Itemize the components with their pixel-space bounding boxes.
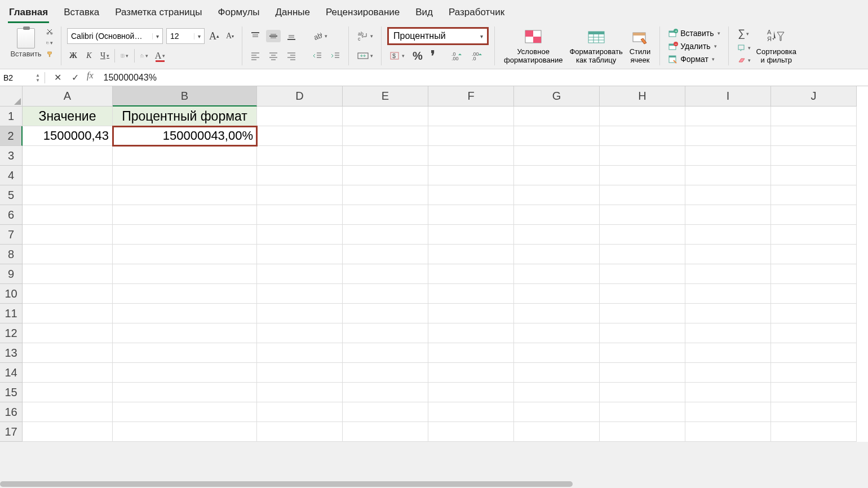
cell-H13[interactable] — [600, 343, 685, 363]
cell-B7[interactable] — [113, 225, 257, 245]
col-header-A[interactable]: A — [23, 86, 113, 107]
row-header[interactable]: 12 — [0, 323, 23, 343]
cell-G16[interactable] — [514, 402, 600, 422]
format-cells-button[interactable]: Формат▾ — [666, 54, 722, 64]
cell-E15[interactable] — [343, 383, 428, 402]
cell-E17[interactable] — [343, 422, 428, 442]
cell-B14[interactable] — [113, 363, 257, 383]
cell-D4[interactable] — [257, 166, 343, 185]
cell-D1[interactable] — [257, 107, 343, 126]
cell-A10[interactable] — [23, 284, 113, 304]
cell-H7[interactable] — [600, 225, 685, 245]
row-header[interactable]: 2 — [0, 126, 23, 146]
cell-E7[interactable] — [343, 225, 428, 245]
cell-H3[interactable] — [600, 146, 685, 166]
cell-B17[interactable] — [113, 422, 257, 442]
col-header-J[interactable]: J — [771, 86, 857, 107]
cell-I16[interactable] — [685, 402, 771, 422]
cell-A5[interactable] — [23, 185, 113, 205]
cell-J10[interactable] — [771, 284, 857, 304]
row-header[interactable]: 4 — [0, 166, 23, 185]
col-header-I[interactable]: I — [685, 86, 771, 107]
font-color-button[interactable]: A▾ — [154, 50, 166, 62]
cell-F3[interactable] — [428, 146, 514, 166]
cell-B4[interactable] — [113, 166, 257, 185]
cell-E14[interactable] — [343, 363, 428, 383]
row-header[interactable]: 6 — [0, 205, 23, 225]
cell-E5[interactable] — [343, 185, 428, 205]
sort-filter-button[interactable]: АЯ Сортировка и фильтр — [753, 26, 800, 65]
cell-F1[interactable] — [428, 107, 514, 126]
cell-A12[interactable] — [23, 323, 113, 343]
decrease-indent-button[interactable] — [310, 50, 325, 62]
increase-font-button[interactable]: A▴ — [208, 30, 220, 42]
cell-H17[interactable] — [600, 422, 685, 442]
cell-I1[interactable] — [685, 107, 771, 126]
fill-button[interactable]: ▾ — [734, 42, 753, 54]
row-header[interactable]: 3 — [0, 146, 23, 166]
cell-D14[interactable] — [257, 363, 343, 383]
cell-E3[interactable] — [343, 146, 428, 166]
cell-A6[interactable] — [23, 205, 113, 225]
horizontal-scrollbar[interactable] — [0, 480, 868, 488]
decrease-font-button[interactable]: A▾ — [224, 30, 236, 42]
font-size-combo[interactable]: 12 ▾ — [166, 28, 205, 44]
cell-F10[interactable] — [428, 284, 514, 304]
cell-F15[interactable] — [428, 383, 514, 402]
row-header[interactable]: 5 — [0, 185, 23, 205]
cell-E10[interactable] — [343, 284, 428, 304]
cell-I2[interactable] — [685, 126, 771, 146]
cell-B12[interactable] — [113, 323, 257, 343]
cell-I11[interactable] — [685, 304, 771, 323]
cell-I7[interactable] — [685, 225, 771, 245]
increase-decimal-button[interactable]: .0.00 — [449, 49, 466, 63]
cell-D9[interactable] — [257, 264, 343, 284]
cell-A7[interactable] — [23, 225, 113, 245]
cell-F13[interactable] — [428, 343, 514, 363]
cell-B5[interactable] — [113, 185, 257, 205]
align-right-button[interactable] — [284, 50, 299, 62]
col-header-H[interactable]: H — [600, 86, 685, 107]
row-header[interactable]: 9 — [0, 264, 23, 284]
cell-I8[interactable] — [685, 245, 771, 264]
format-as-table-button[interactable]: Форматировать как таблицу — [566, 26, 626, 65]
cell-F17[interactable] — [428, 422, 514, 442]
clear-button[interactable]: ▾ — [734, 55, 753, 66]
align-left-button[interactable] — [248, 50, 263, 62]
cell-H9[interactable] — [600, 264, 685, 284]
cell-H2[interactable] — [600, 126, 685, 146]
tab-formulas[interactable]: Формулы — [217, 5, 261, 23]
paste-button[interactable]: Вставить — [10, 26, 42, 59]
cell-G10[interactable] — [514, 284, 600, 304]
cell-G9[interactable] — [514, 264, 600, 284]
row-header[interactable]: 10 — [0, 284, 23, 304]
col-header-D[interactable]: D — [257, 86, 343, 107]
cell-I5[interactable] — [685, 185, 771, 205]
underline-button[interactable]: Ч▾ — [99, 50, 111, 62]
tab-page-layout[interactable]: Разметка страницы — [114, 5, 203, 23]
cell-H5[interactable] — [600, 185, 685, 205]
cell-A8[interactable] — [23, 245, 113, 264]
conditional-format-button[interactable]: Условное форматирование — [501, 26, 566, 65]
cell-G3[interactable] — [514, 146, 600, 166]
bold-button[interactable]: Ж — [67, 50, 79, 62]
row-header[interactable]: 17 — [0, 422, 23, 442]
cell-H15[interactable] — [600, 383, 685, 402]
cell-F14[interactable] — [428, 363, 514, 383]
cell-I9[interactable] — [685, 264, 771, 284]
cell-H12[interactable] — [600, 323, 685, 343]
col-header-F[interactable]: F — [428, 86, 514, 107]
delete-cells-button[interactable]: − Удалить▾ — [666, 41, 722, 51]
cell-B1[interactable]: Процентный формат — [113, 107, 257, 126]
cell-G5[interactable] — [514, 185, 600, 205]
cell-I17[interactable] — [685, 422, 771, 442]
accounting-format-button[interactable]: $▾ — [387, 49, 407, 63]
cell-G14[interactable] — [514, 363, 600, 383]
cell-F11[interactable] — [428, 304, 514, 323]
wrap-text-button[interactable]: abc▾ — [355, 29, 375, 43]
cell-J13[interactable] — [771, 343, 857, 363]
cell-G4[interactable] — [514, 166, 600, 185]
cell-A4[interactable] — [23, 166, 113, 185]
tab-view[interactable]: Вид — [414, 5, 434, 23]
cell-F12[interactable] — [428, 323, 514, 343]
